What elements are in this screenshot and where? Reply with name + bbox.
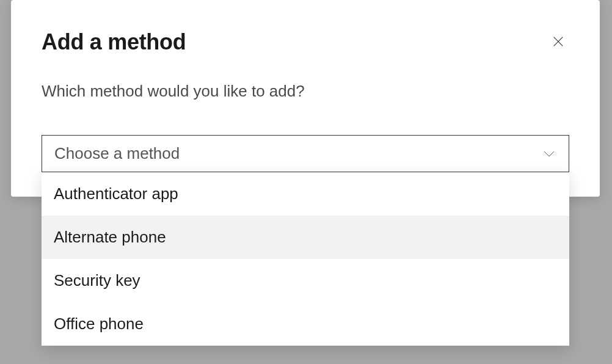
method-select[interactable]: Choose a method (42, 135, 569, 172)
method-dropdown: Authenticator appAlternate phoneSecurity… (42, 172, 569, 346)
method-select-wrapper: Choose a method Authenticator appAlterna… (42, 135, 569, 172)
chevron-down-icon (542, 147, 556, 161)
method-option[interactable]: Office phone (42, 302, 569, 346)
dialog-subtitle: Which method would you like to add? (42, 82, 569, 101)
add-method-dialog: Add a method Which method would you like… (11, 0, 600, 197)
method-select-placeholder: Choose a method (54, 144, 180, 163)
dialog-title: Add a method (42, 29, 186, 55)
close-icon (552, 35, 565, 48)
close-button[interactable] (547, 31, 569, 53)
method-option[interactable]: Alternate phone (42, 216, 569, 259)
method-option[interactable]: Security key (42, 259, 569, 302)
dialog-header: Add a method (42, 29, 569, 55)
method-option[interactable]: Authenticator app (42, 172, 569, 216)
